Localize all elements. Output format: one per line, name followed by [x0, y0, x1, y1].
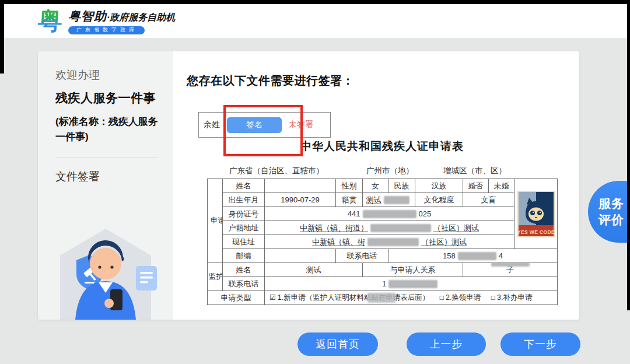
brand-line: 粤智助 ·政府服务自助机	[68, 8, 175, 24]
page-title: 您存在以下文件需要进行签署：	[187, 73, 354, 89]
apply-option-new: ☑1.新申请（监护人证明材料粘贴在申请表后面）	[270, 293, 429, 302]
redaction-block	[370, 224, 431, 232]
redaction-block	[368, 238, 419, 246]
label-apply-type: 申请类型	[208, 291, 265, 305]
table-row: 申请类型 ☑1.新申请（监护人证明材料粘贴在申请表后面） □2.换领申请 □3.…	[208, 291, 558, 305]
application-form: 中华人民共和国残疾人证申请表 广东省（自治区、直辖市） 广州市（地） 增城区（市…	[207, 139, 557, 305]
label-addr: 现住址	[223, 235, 265, 249]
redaction-block	[491, 263, 530, 267]
brand-subtitle: ·政府服务自助机	[107, 12, 175, 24]
value-apply-type: ☑1.新申请（监护人证明材料粘贴在申请表后面） □2.换领申请 □3.补办申请	[265, 291, 558, 305]
label-phone: 联系电话	[336, 249, 388, 263]
label-hukou: 户籍地址	[223, 221, 265, 235]
value-edu: 文盲	[463, 193, 514, 207]
service-name: 残疾人服务一件事	[55, 90, 158, 106]
apply-option-renew: □2.换领申请	[440, 293, 481, 302]
group-applicant: 申请人基本情况	[208, 179, 223, 263]
table-row: 联系电话 1	[208, 277, 558, 291]
checkbox-checked-icon: ☑	[270, 293, 276, 302]
label-birth: 出生年月	[223, 193, 265, 207]
label-id: 身份证号	[223, 207, 265, 221]
region-city: 广州市（地）	[366, 166, 414, 176]
group-guardian: 监护人或联系人	[208, 263, 223, 291]
next-step-button[interactable]: 下一步	[501, 332, 580, 356]
svg-text:YES WE CODE: YES WE CODE	[517, 229, 555, 235]
region-district: 增城区（市、区）	[443, 166, 506, 176]
redaction-block	[384, 196, 410, 204]
value-guardian-name: 测试	[265, 263, 363, 277]
screen-edge-left	[0, 0, 4, 74]
table-row: 邮编 联系电话 1584	[208, 249, 558, 263]
apply-option-replace: □3.补办申请	[491, 293, 533, 302]
standard-name: (标准名称：残疾人服务一件事)	[55, 114, 162, 144]
applicant-photo: YES WE CODE	[517, 191, 555, 237]
label-name: 姓名	[223, 179, 265, 193]
checkbox-icon: □	[491, 293, 495, 302]
person-illustration	[38, 219, 173, 320]
panel-divider	[55, 157, 158, 158]
service-evaluation-tab[interactable]: 服务 评价	[588, 181, 630, 243]
value-hukou: 中新镇（镇、街道）（社区）测试	[265, 221, 514, 235]
label-edu: 文化程度	[415, 193, 463, 207]
table-row: 身份证号 441025	[208, 207, 558, 221]
region-province: 广东省（自治区、直辖市）	[229, 166, 324, 176]
logo-text: 粤智助 ·政府服务自助机 广东省数字政府	[68, 8, 175, 34]
value-ethnic: 汉族	[415, 179, 463, 193]
service-evaluation-line1: 服务	[598, 195, 624, 212]
label-postal: 邮编	[223, 249, 265, 263]
value-id: 441025	[265, 207, 514, 221]
welcome-label: 欢迎办理	[55, 68, 158, 83]
value-phone: 1584	[388, 249, 558, 263]
redaction-block	[363, 210, 416, 218]
table-row: 出生年月 1990-07-29 籍贯 测试 文化程度 文盲	[208, 193, 558, 207]
value-relation: 子	[463, 263, 558, 277]
label-gender: 性别	[336, 179, 363, 193]
value-name-blank	[265, 179, 336, 193]
previous-step-button[interactable]: 上一步	[407, 332, 486, 356]
redaction-block	[388, 280, 438, 288]
photo-cell: YES WE CODE	[514, 179, 558, 249]
checkbox-icon: □	[440, 293, 444, 302]
red-annotation-box	[223, 105, 303, 156]
value-marital: 未婚	[489, 179, 514, 193]
main-card: 欢迎办理 残疾人服务一件事 (标准名称：残疾人服务一件事) 文件签署	[38, 51, 579, 320]
back-home-button[interactable]: 返回首页	[298, 332, 378, 356]
service-evaluation-line2: 评价	[598, 212, 624, 228]
redaction-block	[458, 252, 496, 260]
gov-badge: 广东省数字政府	[68, 26, 145, 34]
app-header: 粤 粤智助 ·政府服务自助机 广东省数字政府	[4, 4, 627, 38]
label-guardian-name: 姓名	[223, 263, 265, 277]
redaction-block	[368, 293, 396, 303]
label-marital: 婚否	[463, 179, 489, 193]
left-panel: 欢迎办理 残疾人服务一件事 (标准名称：残疾人服务一件事) 文件签署	[38, 51, 173, 320]
value-gender: 女	[363, 179, 388, 193]
label-ethnic: 民族	[388, 179, 415, 193]
sidebar-item-document-sign: 文件签署	[55, 169, 158, 184]
value-addr: 中新镇（镇、街（社区）测试	[265, 235, 514, 249]
table-row: 申请人基本情况 姓名 性别 女 民族 汉族 婚否 未婚	[208, 179, 558, 193]
value-guardian-phone: 1	[265, 277, 558, 291]
table-row: 现住址 中新镇（镇、街（社区）测试	[208, 235, 558, 249]
document-name: 余姓	[204, 120, 220, 130]
table-row: 户籍地址 中新镇（镇、街道）（社区）测试	[208, 221, 558, 235]
label-origin: 籍贯	[336, 193, 363, 207]
app-logo: 粤 粤智助 ·政府服务自助机 广东省数字政府	[38, 8, 175, 34]
document-icon	[136, 266, 157, 290]
value-postal-blank	[265, 249, 336, 263]
screen-edge-right	[627, 0, 630, 310]
label-guardian-phone: 联系电话	[223, 277, 265, 291]
label-relation: 与申请人关系	[363, 263, 463, 277]
brand-name: 粤智助	[68, 8, 107, 24]
value-birth: 1990-07-29	[265, 193, 336, 207]
form-table: 申请人基本情况 姓名 性别 女 民族 汉族 婚否 未婚	[207, 178, 558, 305]
value-origin: 测试	[363, 193, 415, 207]
screen-edge-top	[0, 0, 630, 4]
yue-logo-icon: 粤	[37, 9, 64, 33]
form-region-line: 广东省（自治区、直辖市） 广州市（地） 增城区（市、区）	[207, 166, 557, 176]
table-row: 监护人或联系人 姓名 测试 与申请人关系 子	[208, 263, 558, 277]
